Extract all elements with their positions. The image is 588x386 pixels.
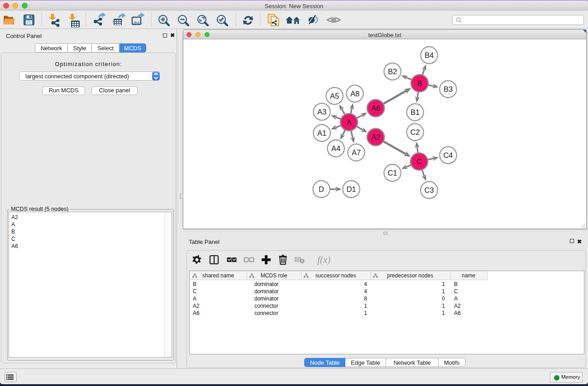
svg-text:C: C bbox=[416, 157, 422, 166]
svg-text:B1: B1 bbox=[411, 108, 420, 116]
svg-text:B4: B4 bbox=[425, 51, 434, 59]
svg-text:D: D bbox=[319, 185, 324, 193]
svg-text:B2: B2 bbox=[388, 67, 397, 76]
svg-text:C3: C3 bbox=[424, 186, 434, 194]
svg-text:C2: C2 bbox=[410, 128, 420, 136]
svg-text:C1: C1 bbox=[387, 169, 397, 177]
svg-text:A4: A4 bbox=[331, 144, 340, 152]
svg-text:A1: A1 bbox=[317, 129, 326, 137]
svg-text:A8: A8 bbox=[350, 90, 359, 98]
svg-text:A5: A5 bbox=[330, 92, 339, 100]
svg-text:A: A bbox=[346, 118, 351, 126]
svg-text:B: B bbox=[417, 79, 422, 87]
svg-text:A7: A7 bbox=[352, 148, 361, 157]
svg-text:A3: A3 bbox=[317, 108, 326, 116]
svg-text:B3: B3 bbox=[444, 85, 453, 93]
svg-text:f(x): f(x) bbox=[317, 254, 330, 265]
svg-text:A6: A6 bbox=[371, 104, 380, 112]
svg-text:A2: A2 bbox=[371, 133, 380, 141]
svg-text:D1: D1 bbox=[346, 185, 356, 193]
svg-text:C4: C4 bbox=[443, 151, 453, 159]
